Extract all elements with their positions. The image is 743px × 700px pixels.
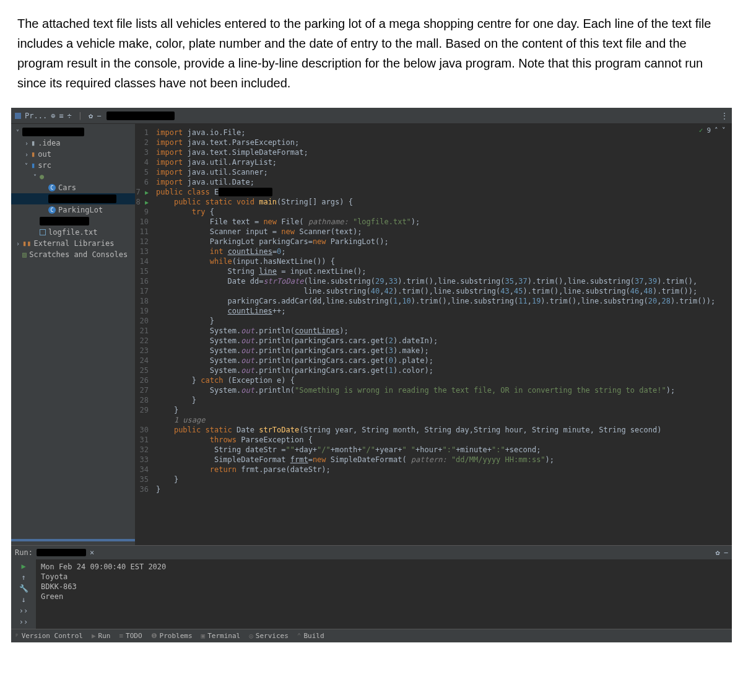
code-line[interactable]: 28 } bbox=[135, 395, 732, 405]
console-line: BDKK-863 bbox=[41, 582, 727, 592]
code-line[interactable]: 1 usage bbox=[135, 415, 732, 425]
tree-item[interactable]: ›▮.idea bbox=[11, 138, 135, 149]
bottom-tab[interactable]: ▶Run bbox=[92, 632, 111, 640]
rerun-icon[interactable]: ▶ bbox=[21, 562, 25, 571]
code-line[interactable]: 2import java.text.ParseException; bbox=[135, 138, 732, 147]
code-line[interactable]: 20 } bbox=[135, 316, 732, 326]
code-line[interactable]: 8 ▶ public static void main(String[] arg… bbox=[135, 197, 732, 207]
tree-item[interactable]: CCars bbox=[11, 182, 135, 193]
code-line[interactable]: 3import java.text.SimpleDateFormat; bbox=[135, 147, 732, 157]
gear-icon[interactable]: ✿ bbox=[89, 112, 93, 120]
tree-item[interactable] bbox=[11, 193, 135, 204]
code-line[interactable]: 25 System.out.println(parkingCars.cars.g… bbox=[135, 365, 732, 375]
run-config-redacted[interactable] bbox=[37, 549, 86, 556]
tree-item[interactable]: ▨Scratches and Consoles bbox=[11, 249, 135, 260]
bottom-tab[interactable]: ᵖVersion Control bbox=[15, 632, 83, 640]
code-line[interactable]: 16 Date dd=strToDate(line.substring(29,3… bbox=[135, 276, 732, 286]
code-line[interactable]: 33 SimpleDateFormat frmt=new SimpleDateF… bbox=[135, 455, 732, 465]
code-line[interactable]: 36} bbox=[135, 484, 732, 494]
more-icon-1[interactable]: ›› bbox=[19, 606, 28, 615]
project-tree[interactable]: ˅›▮.idea›▮out˅▮src˅●CCarsCParkingLotlogf… bbox=[11, 124, 135, 545]
bottom-tab[interactable]: ⌃Build bbox=[297, 632, 324, 640]
tree-item[interactable]: ˅▮src bbox=[11, 160, 135, 171]
target-icon[interactable]: ⊕ bbox=[51, 112, 55, 120]
question-text: The attached text file lists all vehicle… bbox=[0, 0, 743, 102]
code-line[interactable]: 6import java.util.Date; bbox=[135, 177, 732, 187]
code-line[interactable]: 35 } bbox=[135, 475, 732, 484]
tree-item[interactable]: logfile.txt bbox=[11, 227, 135, 238]
code-line[interactable]: 29 } bbox=[135, 405, 732, 415]
code-line[interactable]: 13 int countLines=0; bbox=[135, 247, 732, 256]
ide-toolbar: Pr... ⊕ ≡ ÷ | ✿ − ⋮ bbox=[11, 108, 732, 124]
run-controls: ▶ ↑ 🔧 ↓ ›› ›› bbox=[11, 559, 36, 629]
code-line[interactable]: 21 System.out.println(countLines); bbox=[135, 326, 732, 336]
code-line[interactable]: 18 parkingCars.addCar(dd,line.substring(… bbox=[135, 296, 732, 306]
tree-item[interactable]: CParkingLot bbox=[11, 204, 135, 216]
tree-item[interactable]: ˅ bbox=[11, 126, 135, 138]
bottom-bar: ᵖVersion Control▶Run≡TODO❶Problems▣Termi… bbox=[11, 629, 732, 642]
split-icon[interactable]: ÷ bbox=[67, 112, 72, 120]
project-icon bbox=[15, 113, 21, 119]
bottom-tab[interactable]: ≡TODO bbox=[119, 632, 142, 640]
code-line[interactable]: 34 return frmt.parse(dateStr); bbox=[135, 465, 732, 475]
code-line[interactable]: 4import java.util.ArrayList; bbox=[135, 157, 732, 167]
console-line: Toyota bbox=[41, 572, 727, 582]
tab-redacted[interactable] bbox=[106, 112, 175, 120]
wrench-icon[interactable]: 🔧 bbox=[19, 584, 28, 593]
check-icon: ✓ bbox=[699, 126, 703, 134]
code-line[interactable]: 12 ParkingLot parkingCars=new ParkingLot… bbox=[135, 237, 732, 247]
code-line[interactable]: 19 countLines++; bbox=[135, 306, 732, 316]
code-line[interactable]: 23 System.out.println(parkingCars.cars.g… bbox=[135, 346, 732, 356]
code-line[interactable]: 22 System.out.println(parkingCars.cars.g… bbox=[135, 336, 732, 346]
tree-item[interactable] bbox=[11, 216, 135, 227]
run-gear-icon[interactable]: ✿ bbox=[716, 548, 720, 557]
code-line[interactable]: 5import java.util.Scanner; bbox=[135, 167, 732, 177]
more-icon-2[interactable]: ›› bbox=[19, 618, 28, 626]
code-line[interactable]: 27 System.out.println("Something is wron… bbox=[135, 385, 732, 395]
more-icon[interactable]: ⋮ bbox=[721, 112, 728, 120]
console-line: Green bbox=[41, 592, 727, 602]
collapse-icon[interactable]: ≡ bbox=[59, 112, 63, 120]
warning-count: 9 bbox=[706, 126, 711, 134]
code-line[interactable]: 14 while(input.hasNextLine()) { bbox=[135, 256, 732, 266]
bottom-tab[interactable]: ▣Terminal bbox=[201, 632, 241, 640]
inspection-summary[interactable]: ✓ 9 ˄ ˅ bbox=[699, 126, 726, 134]
tree-item[interactable]: ˅● bbox=[11, 171, 135, 182]
run-label: Run: bbox=[15, 548, 33, 557]
project-label: Pr... bbox=[25, 112, 47, 120]
code-line[interactable]: 1import java.io.File; bbox=[135, 128, 732, 138]
bottom-tab[interactable]: ❶Problems bbox=[151, 632, 193, 640]
run-dash-icon[interactable]: − bbox=[724, 548, 728, 557]
code-editor[interactable]: ✓ 9 ˄ ˅ 1import java.io.File;2import jav… bbox=[135, 124, 732, 545]
code-line[interactable]: 11 Scanner input = new Scanner(text); bbox=[135, 227, 732, 237]
code-line[interactable]: 31 throws ParseException { bbox=[135, 435, 732, 445]
code-line[interactable]: 17 line.substring(40,42).trim(),line.sub… bbox=[135, 286, 732, 296]
ide-window: Pr... ⊕ ≡ ÷ | ✿ − ⋮ ˅›▮.idea›▮out˅▮src˅●… bbox=[11, 108, 732, 642]
code-line[interactable]: 26 } catch (Exception e) { bbox=[135, 375, 732, 385]
code-line[interactable]: 30 public static Date strToDate(String y… bbox=[135, 425, 732, 435]
dash-icon[interactable]: − bbox=[97, 112, 101, 120]
code-line[interactable]: 9 try { bbox=[135, 207, 732, 217]
up-icon[interactable]: ↑ bbox=[21, 573, 25, 582]
tree-item[interactable]: ›▮▮External Libraries bbox=[11, 238, 135, 249]
console-line: Mon Feb 24 09:00:40 EST 2020 bbox=[41, 562, 727, 572]
console-output[interactable]: Mon Feb 24 09:00:40 EST 2020ToyotaBDKK-8… bbox=[36, 559, 732, 629]
prev-highlight-icon[interactable]: ˄ bbox=[715, 126, 718, 134]
code-line[interactable]: 32 String dateStr =""+day+"/"+month+"/"+… bbox=[135, 445, 732, 455]
close-icon[interactable]: × bbox=[90, 548, 94, 557]
code-line[interactable]: 7 ▶public class E bbox=[135, 187, 732, 197]
bottom-tab[interactable]: ◎Services bbox=[249, 632, 289, 640]
next-highlight-icon[interactable]: ˅ bbox=[722, 126, 726, 134]
code-line[interactable]: 24 System.out.println(parkingCars.cars.g… bbox=[135, 356, 732, 365]
code-line[interactable]: 10 File text = new File( pathname: "logf… bbox=[135, 217, 732, 227]
run-toolwindow: Run: × ✿ − ▶ ↑ 🔧 ↓ ›› ›› Mon Feb 24 09:0… bbox=[11, 545, 732, 629]
tree-item[interactable]: ›▮out bbox=[11, 149, 135, 160]
down-icon[interactable]: ↓ bbox=[21, 595, 25, 604]
code-line[interactable]: 15 String line = input.nextLine(); bbox=[135, 266, 732, 276]
